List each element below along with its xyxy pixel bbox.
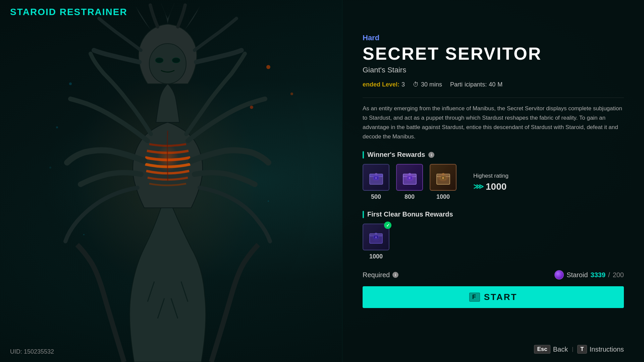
svg-point-24 — [405, 173, 415, 181]
page-title: STAROID RESTRAINER — [10, 7, 127, 17]
separator-1 — [363, 98, 624, 98]
reward-item-1: 500 — [363, 164, 389, 200]
required-text: Required — [363, 271, 390, 279]
level-value: 3 — [401, 81, 405, 88]
clock-icon: ⏱ — [413, 81, 419, 88]
esc-key-badge: Esc — [534, 345, 550, 354]
participants-stat: Partiicipants: 40 M — [450, 81, 502, 88]
level-stat: ended Level: 3 — [363, 81, 405, 88]
time-value: 30 mins — [421, 81, 442, 88]
first-clear-title: First Clear Bonus Rewards — [367, 210, 453, 218]
back-button[interactable]: Back — [553, 346, 568, 353]
svg-point-11 — [268, 200, 269, 202]
required-info-icon[interactable]: i — [392, 272, 398, 278]
required-label: Required i — [363, 271, 398, 279]
boss-name: SECRET SERVITOR — [363, 45, 624, 62]
highest-rating-label: Highest rating — [473, 173, 508, 179]
svg-point-5 — [266, 65, 270, 69]
svg-point-18 — [371, 173, 381, 181]
boss-location: Giant's Stairs — [363, 66, 624, 74]
svg-point-8 — [69, 82, 72, 85]
chest-icon-3 — [434, 169, 452, 186]
svg-point-2 — [149, 44, 186, 84]
reward-box-1 — [363, 164, 389, 191]
currency-icon: ⋙ — [473, 182, 484, 191]
reward-value-3: 1000 — [436, 193, 450, 200]
start-button[interactable]: F START — [363, 286, 624, 308]
required-row: Required i Staroid 3339 / 200 — [363, 270, 624, 280]
chest-icon-1 — [367, 169, 385, 186]
participants-extra: M — [497, 81, 502, 88]
stats-row: ended Level: 3 ⏱ 30 mins Partiicipants: … — [363, 81, 624, 88]
reward-box-3 — [430, 164, 457, 191]
bonus-value-1: 1000 — [369, 253, 383, 260]
reward-box-2 — [396, 164, 423, 191]
svg-point-12 — [49, 167, 51, 169]
start-key-badge: F — [469, 293, 480, 302]
chest-icon-2 — [400, 169, 419, 186]
svg-point-6 — [290, 93, 293, 95]
reward-item-3: 1000 — [430, 164, 457, 200]
highest-rating-value: ⋙ 1000 — [473, 181, 508, 192]
first-clear-header: First Clear Bonus Rewards — [363, 210, 624, 218]
staroid-separator: / — [608, 271, 610, 279]
level-label: ended Level: — [363, 81, 399, 88]
reward-value-2: 800 — [405, 193, 415, 200]
staroid-orb-icon — [554, 270, 564, 280]
start-button-label: START — [484, 292, 518, 302]
staroid-label: Staroid — [567, 271, 588, 279]
highest-rating: Highest rating ⋙ 1000 — [473, 173, 508, 192]
time-stat: ⏱ 30 mins — [413, 81, 442, 88]
t-key-badge: T — [577, 345, 587, 354]
bonus-chest-icon — [368, 229, 384, 245]
section-bar-1 — [363, 151, 364, 159]
bonus-box-1: ✓ — [363, 224, 389, 250]
staroid-needed: 200 — [613, 271, 624, 279]
svg-point-7 — [250, 106, 253, 109]
reward-value-1: 500 — [371, 193, 381, 200]
participants-label-2: icipants: — [465, 81, 487, 88]
participants-value: 40 — [489, 81, 495, 88]
svg-point-10 — [83, 234, 85, 235]
bottom-controls: Esc Back | T Instructions — [534, 345, 624, 354]
svg-point-9 — [56, 126, 58, 128]
boss-description: As an entity emerging from the influence… — [363, 104, 624, 141]
bonus-item-1: ✓ 1000 — [363, 224, 389, 260]
staroid-cost: Staroid 3339 / 200 — [554, 270, 624, 280]
participants-label: Parti — [450, 81, 463, 88]
rewards-grid: 500 800 — [363, 164, 624, 200]
svg-point-30 — [438, 173, 448, 181]
svg-point-3 — [155, 58, 163, 63]
first-clear-rewards: ✓ 1000 — [363, 224, 624, 260]
divider: | — [572, 346, 573, 352]
svg-point-34 — [375, 236, 377, 238]
svg-rect-35 — [375, 233, 377, 234]
highest-rating-number: 1000 — [486, 181, 506, 192]
winners-rewards-title: Winner's Rewards — [367, 151, 425, 159]
monster-area — [0, 0, 342, 362]
right-panel: Hard SECRET SERVITOR Giant's Stairs ende… — [342, 0, 644, 362]
claimed-check-icon: ✓ — [384, 222, 391, 229]
instructions-button[interactable]: Instructions — [590, 346, 624, 353]
winners-rewards-header: Winner's Rewards i — [363, 151, 624, 159]
staroid-current: 3339 — [591, 271, 606, 279]
monster-svg — [17, 0, 335, 362]
winners-rewards-info-icon[interactable]: i — [428, 152, 434, 158]
svg-point-4 — [172, 58, 180, 63]
uid-display: UID: 150235532 — [10, 348, 54, 355]
reward-item-2: 800 — [396, 164, 423, 200]
section-bar-2 — [363, 211, 364, 218]
difficulty-label: Hard — [363, 34, 624, 42]
